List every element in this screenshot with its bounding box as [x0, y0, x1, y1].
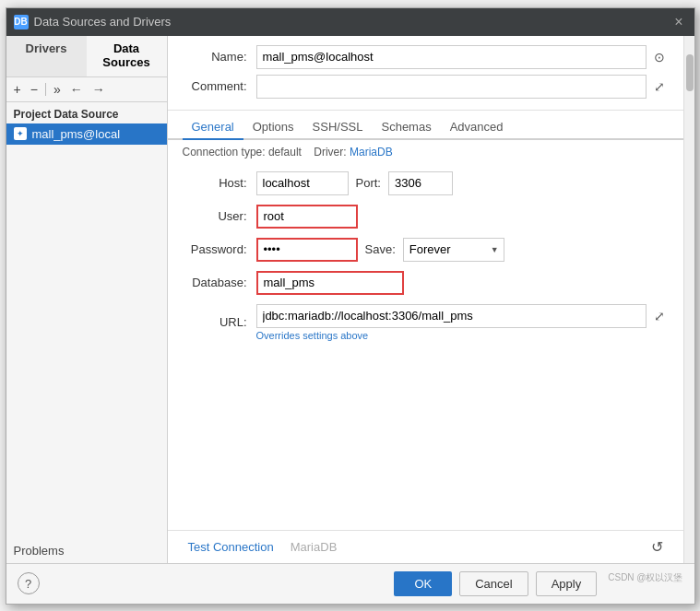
sidebar-tabs: Drivers Data Sources	[6, 36, 167, 77]
save-select[interactable]: Forever Until restart Never	[403, 238, 504, 262]
conn-driver-label: Driver:	[314, 146, 346, 159]
name-expand-button[interactable]: ⊙	[650, 48, 669, 66]
name-row: Name: ⊙	[183, 45, 669, 69]
help-button[interactable]: ?	[18, 572, 40, 594]
name-comment-section: Name: ⊙ Comment: ⤢	[168, 36, 683, 111]
host-row: Host: Port:	[183, 171, 669, 195]
content-area: Name: ⊙ Comment: ⤢ General Opti	[168, 36, 683, 563]
test-connection-button[interactable]: Test Connection	[183, 536, 279, 558]
content-bottom: Test Connection MariaDB ↺	[168, 530, 683, 563]
datasource-name: mall_pms@local	[32, 127, 121, 141]
url-expand-button[interactable]: ⤢	[650, 307, 669, 325]
port-label: Port:	[356, 176, 381, 190]
password-save-group: Save: Forever Until restart Never	[256, 238, 504, 262]
dialog: DB Data Sources and Drivers × Drivers Da…	[6, 7, 695, 605]
conn-info: Connection type: default Driver: MariaDB	[168, 140, 683, 164]
url-row: URL: ⤢ Overrides settings above	[183, 304, 669, 341]
comment-expand-button[interactable]: ⤢	[650, 77, 669, 96]
tab-schemas[interactable]: Schemas	[372, 116, 440, 140]
name-input[interactable]	[256, 45, 647, 69]
ok-button[interactable]: OK	[394, 571, 452, 596]
url-note: Overrides settings above	[256, 330, 669, 341]
footer-buttons: OK Cancel Apply CSDN @权以汉堡	[394, 571, 682, 596]
name-label: Name:	[183, 50, 256, 64]
section-label: Project Data Source	[6, 102, 167, 123]
user-label: User:	[183, 209, 256, 223]
comment-label: Comment:	[183, 79, 256, 93]
datasource-item[interactable]: ✦ mall_pms@local	[6, 123, 167, 145]
password-label: Password:	[183, 242, 256, 256]
tab-options[interactable]: Options	[243, 116, 303, 140]
comment-row: Comment: ⤢	[183, 75, 669, 99]
user-row: User:	[183, 205, 669, 229]
url-label: URL:	[183, 315, 256, 329]
tab-datasources[interactable]: Data Sources	[87, 36, 167, 76]
dialog-footer: ? OK Cancel Apply CSDN @权以汉堡	[6, 563, 694, 604]
datasource-icon: ✦	[14, 127, 27, 140]
watermark: CSDN @权以汉堡	[608, 571, 682, 596]
conn-type-value: default	[268, 146, 302, 159]
name-control: ⊙	[256, 45, 669, 69]
tab-drivers[interactable]: Drivers	[6, 36, 87, 76]
problems-section[interactable]: Problems	[6, 538, 167, 563]
duplicate-button[interactable]: »	[50, 80, 65, 99]
url-field-wrapper: ⤢ Overrides settings above	[256, 304, 669, 341]
right-scrollbar[interactable]	[683, 36, 694, 563]
toolbar-separator	[45, 83, 46, 96]
tab-advanced[interactable]: Advanced	[441, 116, 513, 140]
tab-sshssl[interactable]: SSH/SSL	[303, 116, 373, 140]
comment-control: ⤢	[256, 75, 669, 99]
host-port-group: Port:	[256, 171, 669, 195]
password-input[interactable]	[256, 238, 358, 262]
apply-button[interactable]: Apply	[536, 571, 598, 596]
comment-input[interactable]	[256, 75, 647, 99]
sidebar: Drivers Data Sources + − » ← → Project D…	[6, 36, 168, 563]
title-bar: DB Data Sources and Drivers ×	[6, 8, 694, 36]
url-row-content: ⤢	[256, 304, 669, 328]
close-button[interactable]: ×	[670, 14, 686, 30]
back-button[interactable]: ←	[66, 80, 87, 99]
tab-general[interactable]: General	[183, 116, 243, 140]
form-area: Host: Port: User: Password:	[168, 164, 683, 530]
url-input[interactable]	[256, 304, 647, 328]
save-select-wrapper: Forever Until restart Never	[403, 238, 504, 262]
port-input[interactable]	[388, 171, 453, 195]
cancel-button[interactable]: Cancel	[459, 571, 528, 596]
database-row: Database:	[183, 271, 669, 295]
host-input[interactable]	[256, 171, 349, 195]
sidebar-toolbar: + − » ← →	[6, 77, 167, 102]
host-label: Host:	[183, 176, 256, 190]
dialog-body: Drivers Data Sources + − » ← → Project D…	[6, 36, 694, 563]
driver-name-label: MariaDB	[291, 540, 338, 554]
conn-driver-value[interactable]: MariaDB	[350, 146, 393, 159]
user-input[interactable]	[256, 205, 358, 229]
app-icon: DB	[14, 15, 29, 29]
database-input[interactable]	[256, 271, 404, 295]
refresh-button[interactable]: ↺	[646, 536, 669, 558]
save-label: Save:	[365, 242, 396, 256]
password-row: Password: Save: Forever Until restart Ne…	[183, 238, 669, 262]
conn-type-label: Connection type:	[183, 146, 266, 159]
forward-button[interactable]: →	[89, 80, 109, 99]
dialog-title: Data Sources and Drivers	[34, 15, 671, 29]
content-tabs: General Options SSH/SSL Schemas Advanced	[168, 111, 683, 140]
database-label: Database:	[183, 276, 256, 289]
add-button[interactable]: +	[10, 80, 25, 99]
remove-button[interactable]: −	[27, 80, 42, 99]
scroll-thumb	[686, 54, 694, 91]
